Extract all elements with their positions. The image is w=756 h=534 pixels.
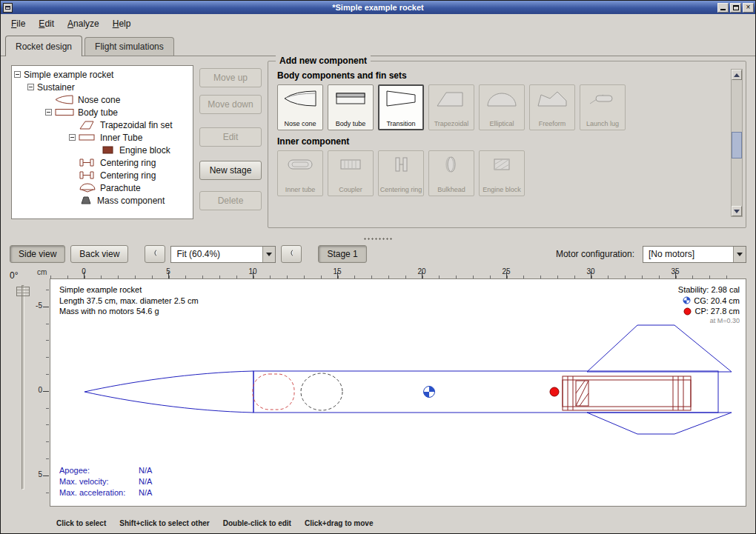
- window-title: *Simple example rocket: [1, 1, 755, 14]
- launch-lug-button[interactable]: Launch lug: [580, 84, 626, 130]
- engine-block-button[interactable]: Engine block: [479, 150, 525, 196]
- tree-item-centering-ring-1[interactable]: Centering ring: [12, 156, 193, 169]
- slider-handle[interactable]: [16, 287, 30, 296]
- engine-block-icon: [485, 155, 519, 174]
- tree-item-centering-ring-2[interactable]: Centering ring: [12, 169, 193, 181]
- parachute-icon: [79, 183, 96, 193]
- nose-cone-button[interactable]: Nose cone: [277, 84, 323, 130]
- zoom-out-button[interactable]: [145, 245, 165, 263]
- hint-double-click: Double-click to edit: [223, 519, 291, 527]
- inner-tube-button[interactable]: Inner tube: [277, 150, 323, 196]
- centering-ring-icon: [79, 158, 96, 167]
- scroll-up-arrow[interactable]: [732, 70, 742, 80]
- centering-ring-button[interactable]: Centering ring: [378, 150, 424, 196]
- motor-configuration-label: Motor configuration:: [556, 249, 634, 259]
- zoom-select[interactable]: Fit (60.4%): [170, 246, 276, 263]
- tree-item-rocket[interactable]: Simple example rocket: [12, 68, 193, 81]
- stage-1-toggle[interactable]: Stage 1: [318, 245, 366, 263]
- rotation-slider[interactable]: [19, 285, 27, 490]
- motor-configuration-select[interactable]: [No motors]: [643, 246, 746, 263]
- stability-value: Stability: 2.98 cal: [678, 284, 740, 296]
- collapse-icon[interactable]: [69, 134, 76, 141]
- hint-shift-click: Shift+click to select other: [119, 519, 209, 527]
- menu-help[interactable]: Help: [107, 16, 137, 32]
- menu-edit[interactable]: Edit: [33, 16, 60, 32]
- scrollbar-thumb[interactable]: [732, 132, 742, 158]
- elliptical-fin-button[interactable]: Elliptical: [479, 84, 525, 130]
- view-toolbar: Side view Back view Fit (60.4%) Stage 1 …: [1, 242, 755, 266]
- transition-button[interactable]: Transition: [378, 84, 424, 130]
- mass-component-outline[interactable]: [301, 373, 342, 410]
- tree-item-mass-component[interactable]: Mass component: [12, 194, 193, 207]
- nose-cone-outline[interactable]: [84, 371, 253, 413]
- rocket-mass: Mass with no motors 54.6 g: [59, 306, 199, 317]
- rotation-angle: 0°: [10, 270, 18, 281]
- horizontal-ruler: 0 5 10 15 20 25 30 35: [50, 267, 746, 278]
- hint-click-select: Click to select: [56, 519, 106, 527]
- zoom-in-button[interactable]: [281, 245, 302, 263]
- centering-ring-icon: [79, 170, 96, 180]
- tree-item-engine-block[interactable]: Engine block: [12, 144, 193, 156]
- parachute-outline[interactable]: [253, 374, 294, 410]
- tab-rocket-design[interactable]: Rocket design: [5, 36, 82, 56]
- cp-icon: [683, 307, 692, 316]
- tree-item-fin-set[interactable]: Trapezoidal fin set: [12, 119, 193, 131]
- collapse-icon[interactable]: [14, 71, 21, 78]
- collapse-icon[interactable]: [45, 109, 52, 116]
- rocket-canvas[interactable]: Simple example rocket Length 37.5 cm, ma…: [50, 278, 746, 507]
- cg-value: CG: 20.4 cm: [694, 296, 740, 307]
- menu-analyze[interactable]: Analyze: [62, 16, 105, 32]
- tree-item-parachute[interactable]: Parachute: [12, 181, 193, 194]
- cg-marker[interactable]: [424, 387, 435, 398]
- app-window: *Simple example rocket × File Edit Analy…: [0, 0, 756, 534]
- cp-marker[interactable]: [550, 387, 559, 396]
- close-button[interactable]: ×: [743, 3, 754, 13]
- edit-button[interactable]: Edit: [199, 127, 262, 147]
- tree-item-sustainer[interactable]: Sustainer: [12, 81, 193, 93]
- add-component-title: Add new component: [276, 56, 371, 66]
- cg-icon: [683, 296, 691, 304]
- move-down-button[interactable]: Move down: [199, 95, 262, 114]
- move-up-button[interactable]: Move up: [199, 68, 262, 87]
- trapezoidal-fin-icon: [434, 89, 468, 108]
- ruler-unit: cm: [37, 268, 47, 276]
- app-icon[interactable]: [3, 3, 13, 13]
- motor-mount-outline[interactable]: [563, 376, 691, 410]
- scroll-down-arrow[interactable]: [732, 206, 742, 216]
- maximize-button[interactable]: [730, 3, 741, 13]
- new-stage-button[interactable]: New stage: [199, 161, 262, 180]
- rocket-view: 0° cm 0 5 10 15 20 25 30 35 -5 0 5: [1, 266, 755, 513]
- tree-item-nose-cone[interactable]: Nose cone: [12, 93, 193, 106]
- inner-component-label: Inner component: [277, 136, 746, 147]
- tree-item-body-tube[interactable]: Body tube: [12, 106, 193, 119]
- bulkhead-button[interactable]: Bulkhead: [428, 150, 474, 196]
- collapse-icon[interactable]: [27, 84, 34, 90]
- chevron-down-icon[interactable]: [733, 247, 746, 262]
- engine-block-icon: [102, 145, 116, 155]
- nose-cone-icon: [283, 89, 317, 108]
- acceleration-label: Max. acceleration:: [59, 487, 139, 498]
- chevron-down-icon[interactable]: [262, 247, 275, 262]
- tab-flight-simulations[interactable]: Flight simulations: [84, 37, 174, 56]
- minimize-button[interactable]: [717, 3, 729, 13]
- freeform-fin-button[interactable]: Freeform: [529, 84, 575, 130]
- mass-component-icon: [79, 196, 93, 205]
- side-view-button[interactable]: Side view: [10, 245, 65, 263]
- tree-item-inner-tube[interactable]: Inner Tube: [12, 131, 193, 144]
- rocket-name: Simple example rocket: [59, 284, 199, 296]
- body-tube-button[interactable]: Body tube: [328, 84, 374, 130]
- launch-lug-icon: [586, 89, 620, 108]
- motor-configuration-value: [No motors]: [643, 249, 733, 259]
- menu-file[interactable]: File: [5, 16, 31, 32]
- trapezoidal-fin-button[interactable]: Trapezoidal: [428, 84, 474, 130]
- coupler-button[interactable]: Coupler: [328, 150, 374, 196]
- zoom-out-icon: [153, 248, 156, 260]
- panel-splitter[interactable]: [1, 235, 755, 242]
- delete-button[interactable]: Delete: [199, 191, 262, 210]
- back-view-button[interactable]: Back view: [70, 245, 128, 263]
- component-scrollbar[interactable]: [731, 69, 743, 217]
- slider-track[interactable]: [21, 285, 24, 490]
- apogee-value: N/A: [139, 466, 152, 475]
- velocity-label: Max. velocity:: [59, 476, 139, 487]
- menubar: File Edit Analyze Help: [1, 14, 755, 33]
